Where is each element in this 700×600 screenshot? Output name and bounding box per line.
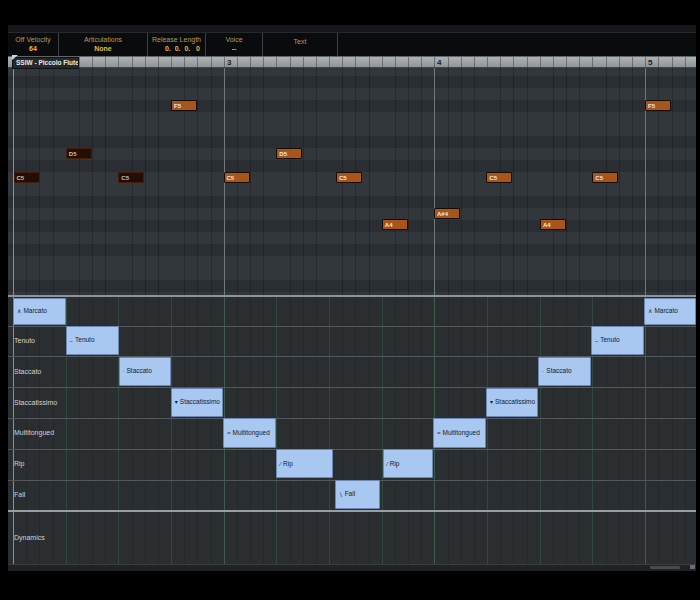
staccato-symbol-icon: · (123, 368, 125, 374)
articulations-value[interactable]: None (59, 45, 147, 53)
midi-note[interactable]: F5 (171, 100, 197, 111)
rip-symbol-icon: ∕ (387, 461, 388, 467)
articulation-cell-label: Tenuto (600, 337, 620, 344)
midi-note[interactable]: C5 (224, 172, 250, 183)
articulation-cell-staccatissimo[interactable]: ▾Staccatissimo (171, 388, 224, 417)
midi-note[interactable]: A#4 (434, 208, 460, 219)
articulation-cell-multitongued[interactable]: ≈Multitongued (223, 418, 276, 447)
midi-note[interactable]: C5 (592, 172, 618, 183)
midi-note[interactable]: C5 (336, 172, 362, 183)
midi-note[interactable]: D5 (276, 148, 302, 159)
articulations-label: Articulations (59, 36, 147, 44)
off-velocity-label: Off Velocity (8, 36, 58, 44)
rip-symbol-icon: ∕ (280, 461, 281, 467)
lane-divider (8, 418, 696, 419)
off-velocity-value[interactable]: 64 (8, 45, 58, 53)
info-line: Off Velocity 64 Articulations None Relea… (8, 33, 696, 56)
info-field-text[interactable]: Text (263, 33, 338, 56)
articulation-cell-fall[interactable]: ∖Fall (335, 480, 380, 509)
tenuto-symbol-icon: − (595, 338, 599, 344)
lane-beat-line (329, 297, 330, 564)
articulation-cell-tenuto[interactable]: −Tenuto (591, 326, 644, 355)
lane-label-dynamics: Dynamics (14, 534, 45, 541)
multitongued-symbol-icon: ≈ (227, 430, 230, 436)
articulation-cell-label: Multitongued (443, 430, 480, 437)
marcato-symbol-icon: ∧ (17, 308, 21, 314)
info-line-spacer (338, 33, 696, 56)
staccatissimo-symbol-icon: ▾ (175, 399, 178, 405)
multitongued-symbol-icon: ≈ (437, 430, 440, 436)
bar-number: 4 (437, 58, 441, 67)
articulation-cell-label: Staccato (127, 368, 152, 375)
midi-note[interactable]: C5 (486, 172, 512, 183)
midi-note[interactable]: A4 (540, 219, 566, 230)
voice-label: Voice (206, 36, 262, 44)
articulation-cell-staccato[interactable]: ·Staccato (538, 357, 590, 386)
articulation-cell-label: Staccatissimo (180, 399, 220, 406)
tenuto-symbol-icon: − (70, 338, 74, 344)
lane-beat-line (171, 297, 172, 564)
lane-beat-line (382, 297, 383, 564)
key-editor-window: Off Velocity 64 Articulations None Relea… (0, 0, 700, 600)
bar-line (434, 68, 435, 295)
lane-label-fall: Fall (14, 491, 25, 498)
articulation-cell-rip[interactable]: ∕Rip (276, 449, 333, 478)
articulation-cell-marcato[interactable]: ∧Marcato (13, 298, 66, 325)
lane-divider (8, 387, 696, 388)
articulation-cell-rip[interactable]: ∕Rip (383, 449, 434, 478)
midi-note[interactable]: C5 (14, 172, 40, 183)
timeline-ruler[interactable]: 345 (8, 56, 696, 68)
scrollbar-end-button[interactable] (690, 565, 695, 569)
lane-beat-line (118, 297, 119, 564)
info-field-off-velocity[interactable]: Off Velocity 64 (8, 33, 59, 56)
articulation-cell-multitongued[interactable]: ≈Multitongued (433, 418, 485, 447)
part-name-tab[interactable]: SSIW - Piccolo Flute (12, 57, 79, 69)
toolbar-strip (8, 25, 696, 33)
staccatissimo-symbol-icon: ▾ (490, 399, 493, 405)
voice-value[interactable]: -- (206, 45, 262, 53)
articulation-cell-label: Marcato (654, 308, 677, 315)
midi-note[interactable]: C5 (118, 172, 144, 183)
bar-number: 5 (648, 58, 652, 67)
marcato-symbol-icon: ∧ (648, 308, 652, 314)
ruler-ticks (13, 57, 696, 67)
horizontal-scrollbar-thumb[interactable] (650, 566, 680, 569)
articulation-cell-marcato[interactable]: ∧Marcato (644, 298, 696, 325)
articulation-cell-label: Rip (283, 461, 293, 468)
midi-note[interactable]: A4 (382, 219, 408, 230)
lane-divider (8, 356, 696, 357)
bottom-scroll-strip (8, 564, 696, 571)
articulation-cell-tenuto[interactable]: −Tenuto (66, 326, 119, 355)
text-label: Text (263, 38, 337, 46)
articulation-cell-label: Rip (390, 461, 400, 468)
staccato-symbol-icon: · (542, 368, 544, 374)
articulation-cell-staccatissimo[interactable]: ▾Staccatissimo (486, 388, 538, 417)
lane-label-multitongued: Multitongued (14, 429, 54, 436)
midi-note[interactable]: D5 (66, 148, 92, 159)
lanes-top-divider (8, 295, 696, 297)
info-field-voice[interactable]: Voice -- (206, 33, 263, 56)
lane-divider (8, 449, 696, 450)
articulation-cell-label: Tenuto (75, 337, 95, 344)
lane-bar-line (645, 297, 646, 564)
articulation-cell-label: Staccatissimo (495, 399, 535, 406)
info-field-release-length[interactable]: Release Length 0. 0. 0. 0 (148, 33, 206, 56)
lane-beat-line (487, 297, 488, 564)
bar-number: 3 (227, 58, 231, 67)
lane-label-rip: Rip (14, 460, 25, 467)
lane-label-staccato: Staccato (14, 368, 41, 375)
info-field-articulations[interactable]: Articulations None (59, 33, 148, 56)
articulation-cell-staccato[interactable]: ·Staccato (119, 357, 171, 386)
lane-beat-line (540, 297, 541, 564)
midi-note[interactable]: F5 (645, 100, 671, 111)
release-length-value[interactable]: 0. 0. 0. 0 (148, 45, 205, 53)
lane-label-tenuto: Tenuto (14, 337, 35, 344)
fall-symbol-icon: ∖ (339, 492, 343, 498)
articulation-cell-label: Fall (345, 491, 355, 498)
dynamics-divider (8, 510, 696, 512)
articulation-cell-label: Multitongued (233, 430, 270, 437)
articulation-cell-label: Marcato (23, 308, 46, 315)
release-length-label: Release Length (148, 36, 205, 44)
lane-beat-line (276, 297, 277, 564)
part-start-marker-icon (12, 55, 18, 60)
